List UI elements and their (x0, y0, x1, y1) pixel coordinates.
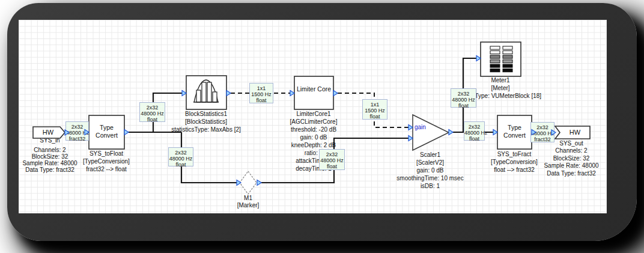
output-pin-scaler[interactable] (449, 130, 453, 135)
input-pin-block-statistics[interactable] (182, 91, 186, 96)
sys-out-block-label: HW (560, 129, 590, 136)
pins-layer (19, 20, 607, 213)
sys-in-block-label: HW (33, 129, 63, 136)
scaler-gain-pin-label: gain (415, 124, 434, 131)
diagram-canvas[interactable]: SYS_in Channels: 2 BlockSize: 32 Sample … (19, 20, 607, 213)
output-pin-marker[interactable] (257, 180, 261, 186)
input-pin-sys-to-fract[interactable] (493, 130, 497, 135)
input-pin-limiter-core[interactable] (290, 91, 294, 96)
output-pin-limiter-core[interactable] (333, 91, 338, 96)
input-pin-sys-to-float[interactable] (85, 130, 89, 135)
output-pin-sys-to-fract[interactable] (532, 130, 536, 135)
input-pin-sys-out[interactable] (551, 130, 556, 135)
limiter-core-block-label: Limiter Core (294, 85, 333, 93)
input-pin-meter[interactable] (476, 56, 481, 61)
sys-to-fract-block-label: Type Convert (497, 124, 532, 139)
input-pin-scaler[interactable] (409, 136, 413, 141)
sys-to-float-block-label: Type Convert (89, 124, 124, 139)
output-pin-sys-to-float[interactable] (124, 130, 129, 135)
output-pin-sys-in[interactable] (65, 130, 69, 135)
input-pin-marker[interactable] (237, 180, 241, 186)
output-pin-block-statistics[interactable] (226, 91, 231, 96)
gain-pin-scaler[interactable] (409, 125, 413, 130)
window-frame: SYS_in Channels: 2 BlockSize: 32 Sample … (7, 3, 637, 241)
